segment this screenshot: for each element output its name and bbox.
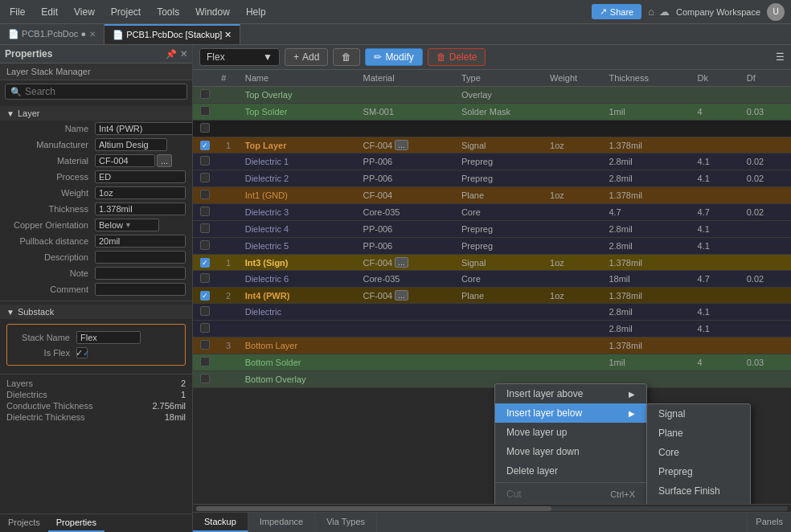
- submenu-solder-mask[interactable]: Solder Mask: [647, 501, 750, 504]
- tab-pcb1[interactable]: 📄 PCB1.PcbDoc ● ✕: [0, 24, 105, 44]
- search-box[interactable]: 🔍: [5, 84, 187, 100]
- table-row[interactable]: Bottom Solder1mil40.03: [193, 354, 791, 371]
- delete-stackup-button[interactable]: 🗑: [333, 48, 360, 66]
- submenu-surface-finish[interactable]: Surface Finish: [647, 481, 750, 501]
- layer-checkbox[interactable]: ✓: [200, 141, 210, 150]
- copper-orientation-select[interactable]: Below ▼: [95, 219, 159, 231]
- table-row[interactable]: Dielectric 2 PP-006 Prepreg2.8mil4.10.02: [193, 170, 791, 187]
- substack-section-header[interactable]: ▼ Substack: [0, 305, 192, 319]
- table-row[interactable]: [193, 121, 791, 137]
- table-row[interactable]: ✓1Int3 (Sign) CF-004 ... Signal1oz1.378m…: [193, 255, 791, 271]
- table-row[interactable]: Dielectric 3 Core-035 Core4.74.70.02: [193, 204, 791, 221]
- context-insert-above[interactable]: Insert layer above ▶: [495, 384, 646, 403]
- table-row[interactable]: Dielectric 4 PP-006 Prepreg2.8mil4.1: [193, 221, 791, 238]
- panels-button[interactable]: Panels: [747, 513, 791, 532]
- material-input[interactable]: [95, 154, 155, 167]
- tab-pcb1-close[interactable]: ✕: [89, 30, 96, 39]
- layer-checkbox[interactable]: [200, 323, 210, 333]
- material-options-button[interactable]: ...: [395, 290, 408, 301]
- stackup-select[interactable]: Flex ▼: [199, 48, 280, 66]
- scrollbar-thumb[interactable]: [196, 506, 551, 511]
- table-container[interactable]: # Name Material Type Weight Thickness Dk…: [193, 70, 791, 504]
- layer-checkbox[interactable]: [200, 273, 210, 283]
- share-button[interactable]: ↗ Share: [592, 4, 641, 19]
- manufacturer-input[interactable]: [95, 138, 167, 151]
- home-icon[interactable]: ⌂: [648, 6, 654, 18]
- context-delete-layer[interactable]: Delete layer: [495, 461, 646, 481]
- avatar[interactable]: U: [767, 3, 785, 21]
- context-insert-below[interactable]: Insert layer below ▶ Signal Plane Core P…: [495, 403, 646, 423]
- weight-input[interactable]: [95, 186, 186, 199]
- scrollbar-area[interactable]: [193, 504, 791, 512]
- submenu-core[interactable]: Core: [647, 443, 750, 462]
- table-row[interactable]: Dielectric 5 PP-006 Prepreg2.8mil4.1: [193, 238, 791, 255]
- close-panel-icon[interactable]: ✕: [180, 49, 187, 59]
- table-row[interactable]: Top OverlayOverlay: [193, 87, 791, 104]
- submenu-plane[interactable]: Plane: [647, 424, 750, 443]
- tab-stackup[interactable]: 📄 PCB1.PcbDoc [Stackup] ✕: [105, 24, 240, 44]
- menu-tools[interactable]: Tools: [154, 5, 182, 19]
- table-row[interactable]: Top Solder SM-001 Solder Mask1mil40.03: [193, 104, 791, 121]
- table-row[interactable]: Dielectric 6 Core-035 Core18mil4.70.02: [193, 271, 791, 288]
- tab-impedance[interactable]: Impedance: [248, 513, 315, 532]
- context-cut[interactable]: Cut Ctrl+X: [495, 485, 646, 504]
- tab-via-types[interactable]: Via Types: [315, 513, 377, 532]
- horizontal-scrollbar[interactable]: [196, 506, 788, 511]
- comment-input[interactable]: [95, 283, 186, 296]
- layer-checkbox[interactable]: [200, 123, 210, 133]
- menu-help[interactable]: Help: [243, 5, 269, 19]
- properties-tab[interactable]: Properties: [48, 514, 105, 532]
- layer-checkbox[interactable]: [200, 306, 210, 316]
- layer-checkbox[interactable]: ✓: [200, 258, 210, 268]
- layer-checkbox[interactable]: ✓: [200, 291, 210, 301]
- context-move-down[interactable]: Move layer down: [495, 442, 646, 461]
- table-row[interactable]: 3Bottom Layer1.378mil: [193, 338, 791, 354]
- modify-button[interactable]: ✏ Modify: [365, 48, 422, 66]
- menu-file[interactable]: File: [6, 5, 28, 19]
- context-move-up[interactable]: Move layer up: [495, 423, 646, 442]
- layer-checkbox[interactable]: [200, 357, 210, 366]
- submenu-prepreg[interactable]: Prepreg: [647, 462, 750, 481]
- layer-checkbox[interactable]: [200, 156, 210, 166]
- menu-window[interactable]: Window: [192, 5, 233, 19]
- add-layer-button[interactable]: + Add: [285, 48, 328, 66]
- table-row[interactable]: Int1 (GND) CF-004 Plane1oz1.378mil: [193, 187, 791, 204]
- is-flex-checkbox[interactable]: ✓: [76, 347, 88, 358]
- menu-view[interactable]: View: [71, 5, 98, 19]
- material-options-button[interactable]: ...: [395, 257, 408, 268]
- search-input[interactable]: [25, 86, 182, 97]
- name-input[interactable]: [95, 122, 193, 135]
- pullback-input[interactable]: [95, 235, 186, 248]
- layer-checkbox[interactable]: [200, 240, 210, 250]
- layer-checkbox[interactable]: [200, 207, 210, 216]
- layer-checkbox[interactable]: [200, 374, 210, 383]
- layer-checkbox[interactable]: [200, 173, 210, 182]
- material-options-button[interactable]: ...: [395, 140, 408, 150]
- table-row[interactable]: Dielectric2.8mil4.1: [193, 304, 791, 321]
- layer-section-header[interactable]: ▼ Layer: [0, 106, 192, 121]
- tab-stackup-bottom[interactable]: Stackup: [193, 513, 248, 532]
- table-row[interactable]: 2.8mil4.1: [193, 321, 791, 338]
- menu-edit[interactable]: Edit: [38, 5, 61, 19]
- toolbar-menu-icon[interactable]: ☰: [776, 51, 785, 63]
- layer-checkbox[interactable]: [200, 89, 210, 99]
- projects-tab[interactable]: Projects: [0, 514, 48, 532]
- cloud-icon[interactable]: ☁: [659, 6, 670, 18]
- stack-name-input[interactable]: [76, 331, 141, 344]
- table-row[interactable]: Bottom Overlay: [193, 371, 791, 388]
- pin-icon[interactable]: 📌: [166, 49, 177, 59]
- process-input[interactable]: [95, 170, 186, 183]
- submenu-signal[interactable]: Signal: [647, 404, 750, 424]
- menu-project[interactable]: Project: [108, 5, 144, 19]
- layer-checkbox[interactable]: [200, 190, 210, 199]
- table-row[interactable]: ✓2Int4 (PWR) CF-004 ... Plane1oz1.378mil: [193, 288, 791, 304]
- layer-checkbox[interactable]: [200, 223, 210, 233]
- note-input[interactable]: [95, 267, 186, 280]
- delete-button[interactable]: 🗑 Delete: [428, 48, 486, 66]
- table-row[interactable]: ✓1Top Layer CF-004 ... Signal1oz1.378mil: [193, 137, 791, 153]
- layer-checkbox[interactable]: [200, 106, 210, 116]
- description-input[interactable]: [95, 251, 186, 264]
- thickness-input[interactable]: [95, 203, 186, 215]
- material-browse-button[interactable]: ...: [157, 154, 172, 167]
- table-row[interactable]: Dielectric 1 PP-006 Prepreg2.8mil4.10.02: [193, 153, 791, 170]
